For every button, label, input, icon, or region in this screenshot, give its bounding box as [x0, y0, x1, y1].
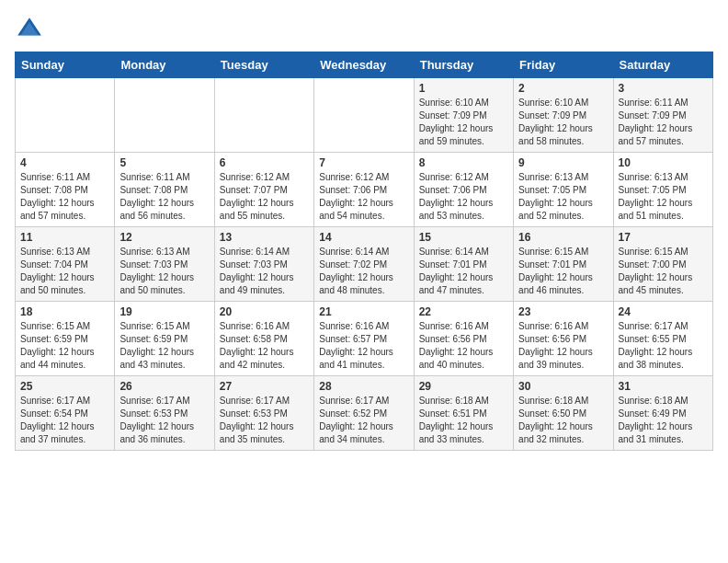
calendar-cell: 25Sunrise: 6:17 AMSunset: 6:54 PMDayligh… — [16, 376, 115, 451]
header-day-thursday: Thursday — [414, 52, 513, 78]
day-number: 27 — [220, 380, 309, 393]
day-info: Sunrise: 6:15 AMSunset: 6:59 PMDaylight:… — [119, 320, 209, 372]
day-info: Sunrise: 6:15 AMSunset: 6:59 PMDaylight:… — [20, 320, 109, 372]
day-number: 20 — [220, 305, 309, 318]
calendar-body: 1Sunrise: 6:10 AMSunset: 7:09 PMDaylight… — [16, 78, 713, 451]
day-info: Sunrise: 6:14 AMSunset: 7:03 PMDaylight:… — [220, 246, 309, 297]
calendar-cell: 31Sunrise: 6:18 AMSunset: 6:49 PMDayligh… — [613, 376, 712, 451]
day-info: Sunrise: 6:13 AMSunset: 7:05 PMDaylight:… — [518, 171, 608, 223]
calendar-header: SundayMondayTuesdayWednesdayThursdayFrid… — [16, 52, 713, 78]
day-number: 29 — [419, 380, 508, 393]
day-number: 21 — [319, 305, 408, 318]
day-number: 1 — [419, 82, 508, 95]
calendar-table: SundayMondayTuesdayWednesdayThursdayFrid… — [15, 52, 713, 451]
calendar-cell: 29Sunrise: 6:18 AMSunset: 6:51 PMDayligh… — [414, 376, 513, 451]
calendar-cell: 12Sunrise: 6:13 AMSunset: 7:03 PMDayligh… — [115, 227, 214, 302]
calendar-week-1: 4Sunrise: 6:11 AMSunset: 7:08 PMDaylight… — [16, 153, 713, 227]
day-number: 30 — [518, 380, 608, 393]
day-number: 24 — [619, 305, 708, 318]
day-number: 12 — [119, 231, 209, 244]
day-info: Sunrise: 6:16 AMSunset: 6:58 PMDaylight:… — [220, 320, 309, 372]
calendar-cell: 16Sunrise: 6:15 AMSunset: 7:01 PMDayligh… — [514, 227, 613, 302]
day-info: Sunrise: 6:12 AMSunset: 7:06 PMDaylight:… — [319, 171, 408, 223]
page-header — [15, 15, 713, 44]
calendar-cell: 30Sunrise: 6:18 AMSunset: 6:50 PMDayligh… — [514, 376, 613, 451]
day-number: 16 — [518, 231, 608, 244]
calendar-cell: 28Sunrise: 6:17 AMSunset: 6:52 PMDayligh… — [314, 376, 414, 451]
header-day-friday: Friday — [514, 52, 613, 78]
calendar-cell: 4Sunrise: 6:11 AMSunset: 7:08 PMDaylight… — [16, 153, 115, 227]
day-number: 10 — [619, 156, 708, 169]
day-number: 2 — [518, 82, 608, 95]
calendar-cell: 18Sunrise: 6:15 AMSunset: 6:59 PMDayligh… — [16, 302, 115, 376]
calendar-cell: 11Sunrise: 6:13 AMSunset: 7:04 PMDayligh… — [16, 227, 115, 302]
day-number: 7 — [319, 156, 408, 169]
calendar-cell — [115, 78, 214, 153]
logo — [15, 15, 48, 44]
day-info: Sunrise: 6:18 AMSunset: 6:50 PMDaylight:… — [518, 395, 608, 446]
day-number: 17 — [619, 231, 708, 244]
calendar-week-3: 18Sunrise: 6:15 AMSunset: 6:59 PMDayligh… — [16, 302, 713, 376]
calendar-cell: 7Sunrise: 6:12 AMSunset: 7:06 PMDaylight… — [314, 153, 414, 227]
day-info: Sunrise: 6:14 AMSunset: 7:01 PMDaylight:… — [419, 246, 508, 297]
day-number: 23 — [518, 305, 608, 318]
day-info: Sunrise: 6:13 AMSunset: 7:04 PMDaylight:… — [20, 246, 109, 297]
day-number: 18 — [20, 305, 109, 318]
header-day-tuesday: Tuesday — [214, 52, 313, 78]
calendar-cell: 21Sunrise: 6:16 AMSunset: 6:57 PMDayligh… — [314, 302, 414, 376]
calendar-cell: 5Sunrise: 6:11 AMSunset: 7:08 PMDaylight… — [115, 153, 214, 227]
day-info: Sunrise: 6:17 AMSunset: 6:53 PMDaylight:… — [220, 395, 309, 446]
day-info: Sunrise: 6:16 AMSunset: 6:57 PMDaylight:… — [319, 320, 408, 372]
day-number: 11 — [20, 231, 109, 244]
header-day-wednesday: Wednesday — [314, 52, 414, 78]
day-number: 25 — [20, 380, 109, 393]
calendar-cell — [214, 78, 313, 153]
header-day-saturday: Saturday — [613, 52, 712, 78]
calendar-cell: 10Sunrise: 6:13 AMSunset: 7:05 PMDayligh… — [613, 153, 712, 227]
day-info: Sunrise: 6:17 AMSunset: 6:54 PMDaylight:… — [20, 395, 109, 446]
day-info: Sunrise: 6:18 AMSunset: 6:49 PMDaylight:… — [619, 395, 708, 446]
day-info: Sunrise: 6:15 AMSunset: 7:01 PMDaylight:… — [518, 246, 608, 297]
day-number: 15 — [419, 231, 508, 244]
logo-icon — [15, 15, 44, 44]
calendar-week-4: 25Sunrise: 6:17 AMSunset: 6:54 PMDayligh… — [16, 376, 713, 451]
day-info: Sunrise: 6:11 AMSunset: 7:08 PMDaylight:… — [119, 171, 209, 223]
header-row: SundayMondayTuesdayWednesdayThursdayFrid… — [16, 52, 713, 78]
calendar-cell — [16, 78, 115, 153]
day-info: Sunrise: 6:17 AMSunset: 6:55 PMDaylight:… — [619, 320, 708, 372]
calendar-cell: 13Sunrise: 6:14 AMSunset: 7:03 PMDayligh… — [214, 227, 313, 302]
calendar-cell: 6Sunrise: 6:12 AMSunset: 7:07 PMDaylight… — [214, 153, 313, 227]
calendar-cell: 22Sunrise: 6:16 AMSunset: 6:56 PMDayligh… — [414, 302, 513, 376]
day-number: 9 — [518, 156, 608, 169]
day-info: Sunrise: 6:16 AMSunset: 6:56 PMDaylight:… — [419, 320, 508, 372]
day-number: 31 — [619, 380, 708, 393]
day-number: 14 — [319, 231, 408, 244]
calendar-week-0: 1Sunrise: 6:10 AMSunset: 7:09 PMDaylight… — [16, 78, 713, 153]
day-number: 28 — [319, 380, 408, 393]
day-info: Sunrise: 6:11 AMSunset: 7:08 PMDaylight:… — [20, 171, 109, 223]
calendar-cell — [314, 78, 414, 153]
calendar-cell: 17Sunrise: 6:15 AMSunset: 7:00 PMDayligh… — [613, 227, 712, 302]
calendar-cell: 15Sunrise: 6:14 AMSunset: 7:01 PMDayligh… — [414, 227, 513, 302]
calendar-cell: 3Sunrise: 6:11 AMSunset: 7:09 PMDaylight… — [613, 78, 712, 153]
calendar-cell: 19Sunrise: 6:15 AMSunset: 6:59 PMDayligh… — [115, 302, 214, 376]
day-number: 6 — [220, 156, 309, 169]
day-info: Sunrise: 6:16 AMSunset: 6:56 PMDaylight:… — [518, 320, 608, 372]
day-number: 5 — [119, 156, 209, 169]
day-number: 4 — [20, 156, 109, 169]
day-info: Sunrise: 6:17 AMSunset: 6:53 PMDaylight:… — [119, 395, 209, 446]
day-number: 8 — [419, 156, 508, 169]
calendar-cell: 27Sunrise: 6:17 AMSunset: 6:53 PMDayligh… — [214, 376, 313, 451]
day-info: Sunrise: 6:10 AMSunset: 7:09 PMDaylight:… — [419, 97, 508, 148]
header-day-monday: Monday — [115, 52, 214, 78]
calendar-cell: 14Sunrise: 6:14 AMSunset: 7:02 PMDayligh… — [314, 227, 414, 302]
calendar-cell: 1Sunrise: 6:10 AMSunset: 7:09 PMDaylight… — [414, 78, 513, 153]
calendar-cell: 9Sunrise: 6:13 AMSunset: 7:05 PMDaylight… — [514, 153, 613, 227]
day-info: Sunrise: 6:13 AMSunset: 7:03 PMDaylight:… — [119, 246, 209, 297]
day-number: 26 — [119, 380, 209, 393]
day-info: Sunrise: 6:12 AMSunset: 7:07 PMDaylight:… — [220, 171, 309, 223]
day-info: Sunrise: 6:13 AMSunset: 7:05 PMDaylight:… — [619, 171, 708, 223]
calendar-cell: 24Sunrise: 6:17 AMSunset: 6:55 PMDayligh… — [613, 302, 712, 376]
calendar-cell: 23Sunrise: 6:16 AMSunset: 6:56 PMDayligh… — [514, 302, 613, 376]
day-number: 19 — [119, 305, 209, 318]
